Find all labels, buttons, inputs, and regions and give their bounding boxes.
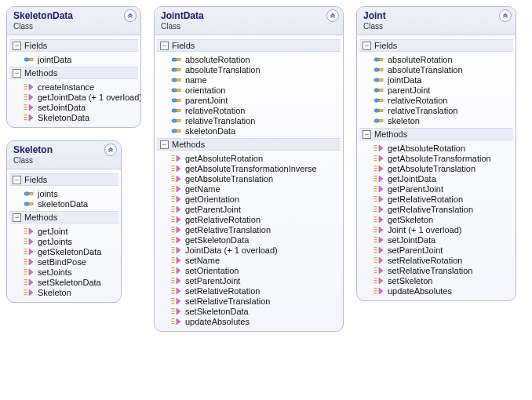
method-item[interactable]: setSkeletonData <box>24 277 117 287</box>
field-item[interactable]: joints <box>24 188 117 198</box>
section-header-methods[interactable]: − Methods <box>359 128 513 140</box>
method-item[interactable]: getAbsoluteTranslation <box>171 173 339 184</box>
method-item[interactable]: setName <box>171 255 339 265</box>
section-header-fields[interactable]: − Fields <box>359 39 513 52</box>
field-item[interactable]: skeletonData <box>171 125 339 136</box>
field-icon <box>171 126 182 136</box>
minus-icon: − <box>13 213 21 222</box>
method-item[interactable]: getAbsoluteRotation <box>171 153 339 163</box>
section-label: Methods <box>24 68 57 78</box>
method-item[interactable]: getParentJoint <box>171 204 339 214</box>
method-item[interactable]: getJoint <box>24 226 117 236</box>
field-item[interactable]: parentJoint <box>171 95 339 105</box>
item-label: createInstance <box>38 82 94 92</box>
method-icon <box>171 154 182 163</box>
method-icon <box>171 307 182 316</box>
method-item[interactable]: updateAbsolutes <box>171 316 339 326</box>
method-item[interactable]: Skeleton <box>24 287 117 297</box>
field-item[interactable]: absoluteTranslation <box>373 64 512 75</box>
item-label: updateAbsolutes <box>388 286 452 296</box>
method-item[interactable]: getJointData (+ 1 overload) <box>24 92 137 102</box>
method-item[interactable]: setRelativeRotation <box>373 255 512 265</box>
method-icon <box>373 195 384 204</box>
method-item[interactable]: getRelativeTranslation <box>373 204 512 214</box>
section-header-fields[interactable]: − Fields <box>9 39 138 52</box>
method-item[interactable]: getRelativeRotation <box>171 214 339 224</box>
method-item[interactable]: setJointData <box>24 102 137 112</box>
method-item[interactable]: setJointData <box>373 235 512 245</box>
field-item[interactable]: orientation <box>171 85 339 95</box>
method-icon <box>373 256 384 265</box>
section-label: Fields <box>24 41 47 50</box>
section-header-fields[interactable]: − Fields <box>157 39 341 52</box>
field-item[interactable]: skeleton <box>373 115 512 125</box>
item-label: getSkeletonData <box>38 247 101 256</box>
method-item[interactable]: setRelativeTranslation <box>373 265 512 275</box>
method-item[interactable]: getAbsoluteTransformation <box>373 153 512 163</box>
collapse-button[interactable] <box>499 9 512 22</box>
item-label: setOrientation <box>185 266 239 275</box>
item-label: parentJoint <box>388 85 430 95</box>
method-item[interactable]: setJoints <box>24 267 117 277</box>
method-item[interactable]: getSkeletonData <box>171 235 339 245</box>
method-item[interactable]: setOrientation <box>171 265 339 275</box>
field-item[interactable]: name <box>171 75 339 85</box>
method-item[interactable]: getName <box>171 184 339 194</box>
section-header-methods[interactable]: − Methods <box>9 67 138 79</box>
field-item[interactable]: skeletonData <box>24 198 117 209</box>
class-title: Joint <box>363 10 509 21</box>
method-item[interactable]: setRelativeRotation <box>171 285 339 296</box>
method-item[interactable]: getSkeleton <box>373 214 512 224</box>
method-item[interactable]: setParentJoint <box>373 245 512 255</box>
class-box-jointdata: JointData Class − Fields absoluteRotatio… <box>154 6 344 332</box>
field-item[interactable]: absoluteTranslation <box>171 64 339 75</box>
method-item[interactable]: getJoints <box>24 236 117 246</box>
field-item[interactable]: relativeRotation <box>171 105 339 115</box>
method-item[interactable]: getAbsoluteTranslation <box>373 163 512 173</box>
method-item[interactable]: getParentJoint <box>373 184 512 194</box>
method-item[interactable]: setBindPose <box>24 256 117 267</box>
method-list: createInstancegetJointData (+ 1 overload… <box>9 81 138 123</box>
section-header-methods[interactable]: − Methods <box>9 211 118 224</box>
item-label: relativeRotation <box>185 106 245 115</box>
field-item[interactable]: jointData <box>373 75 512 85</box>
method-item[interactable]: getAbsoluteTransformationInverse <box>171 163 339 173</box>
class-box-joint: Joint Class − Fields absoluteRotationabs… <box>356 6 516 301</box>
method-item[interactable]: createInstance <box>24 82 137 92</box>
method-icon <box>373 144 384 153</box>
collapse-button[interactable] <box>326 9 339 22</box>
field-item[interactable]: relativeRotation <box>373 95 512 105</box>
section-header-fields[interactable]: − Fields <box>9 173 118 186</box>
field-item[interactable]: absoluteRotation <box>171 54 339 64</box>
item-label: getAbsoluteTransformationInverse <box>185 164 317 173</box>
item-label: jointData <box>388 75 421 85</box>
field-item[interactable]: relativeTranslation <box>171 115 339 125</box>
method-item[interactable]: setRelativeTranslation <box>171 296 339 306</box>
method-item[interactable]: JointData (+ 1 overload) <box>171 245 339 255</box>
field-item[interactable]: jointData <box>24 54 137 64</box>
method-item[interactable]: setSkeletonData <box>171 306 339 316</box>
method-item[interactable]: updateAbsolutes <box>373 285 512 296</box>
method-item[interactable]: setParentJoint <box>171 275 339 285</box>
method-item[interactable]: getJointData <box>373 173 512 184</box>
field-item[interactable]: absoluteRotation <box>373 54 512 64</box>
field-item[interactable]: relativeTranslation <box>373 105 512 115</box>
section-header-methods[interactable]: − Methods <box>157 138 341 151</box>
item-label: getAbsoluteRotation <box>388 144 465 153</box>
method-icon <box>171 195 182 204</box>
method-item[interactable]: setSkeleton <box>373 275 512 285</box>
field-item[interactable]: parentJoint <box>373 85 512 95</box>
method-item[interactable]: getSkeletonData <box>24 246 117 256</box>
method-item[interactable]: SkeletonData <box>24 112 137 122</box>
field-icon <box>171 116 182 125</box>
item-label: getSkeleton <box>388 215 433 224</box>
collapse-button[interactable] <box>124 9 137 22</box>
method-item[interactable]: getAbsoluteRotation <box>373 143 512 153</box>
item-label: relativeTranslation <box>388 106 457 115</box>
method-item[interactable]: Joint (+ 1 overload) <box>373 224 512 235</box>
method-item[interactable]: getRelativeRotation <box>373 194 512 204</box>
section-label: Fields <box>374 41 397 50</box>
collapse-button[interactable] <box>104 144 117 156</box>
method-item[interactable]: getRelativeTranslation <box>171 224 339 235</box>
method-item[interactable]: getOrientation <box>171 194 339 204</box>
